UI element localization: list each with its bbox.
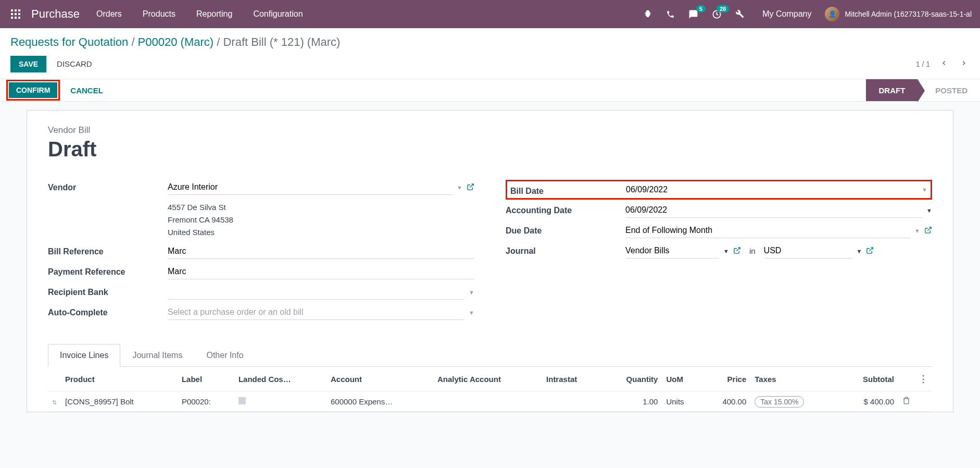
cell-account[interactable]: 600000 Expens… [326, 391, 433, 412]
billref-label: Bill Reference [48, 244, 168, 256]
due-caret-icon[interactable]: ▼ [914, 228, 920, 234]
auto-complete-field[interactable] [168, 305, 464, 320]
controls-row: SAVE DISCARD 1 / 1 [10, 55, 970, 79]
th-price[interactable]: Price [701, 367, 750, 391]
landed-cost-checkbox[interactable] [238, 397, 246, 404]
th-taxes[interactable]: Taxes [750, 367, 838, 391]
th-analytic[interactable]: Analytic Account [433, 367, 542, 391]
bank-field[interactable] [168, 285, 464, 300]
cell-label[interactable]: P00020: [178, 391, 234, 412]
vendor-external-link-icon[interactable] [467, 183, 474, 192]
app-brand[interactable]: Purchase [31, 7, 80, 21]
user-name: Mitchell Admin (16273178-saas-15-1-al [845, 10, 972, 18]
cell-analytic[interactable] [433, 391, 542, 412]
payref-field[interactable] [168, 264, 474, 279]
svg-rect-7 [15, 17, 17, 19]
vendor-addr3: United States [168, 226, 233, 239]
tab-other-info[interactable]: Other Info [194, 344, 255, 366]
vendor-label: Vendor [48, 180, 168, 192]
accdate-label: Accounting Date [506, 203, 625, 215]
vendor-caret-icon[interactable]: ▼ [457, 184, 462, 191]
pager-next[interactable] [958, 57, 970, 70]
th-subtotal[interactable]: Subtotal [838, 367, 898, 391]
tab-journal-items[interactable]: Journal Items [120, 344, 194, 366]
invoice-lines-table: Product Label Landed Cos… Account Analyt… [48, 367, 932, 412]
cell-product[interactable]: [CONS_89957] Bolt [61, 391, 178, 412]
tools-icon[interactable] [735, 9, 745, 19]
journal-field[interactable] [625, 243, 719, 258]
messages-icon[interactable]: 5 [688, 9, 698, 19]
billref-field[interactable] [168, 244, 474, 259]
form-left: Vendor ▼ 4557 De Silva St Fremont CA 945… [48, 180, 474, 325]
breadcrumb-current: Draft Bill (* 121) (Marc) [223, 35, 340, 48]
tab-invoice-lines[interactable]: Invoice Lines [48, 344, 120, 367]
cell-taxes[interactable]: Tax 15.00% [750, 391, 838, 412]
th-label[interactable]: Label [178, 367, 234, 391]
journal-caret-icon[interactable]: ▼ [723, 248, 729, 254]
th-account[interactable]: Account [326, 367, 433, 391]
drag-handle-icon[interactable]: ⇅ [52, 399, 57, 405]
billdate-caret-icon[interactable]: ▼ [922, 187, 927, 193]
phone-icon[interactable] [666, 10, 675, 19]
th-uom[interactable]: UoM [662, 367, 701, 391]
bank-caret-icon[interactable]: ▼ [469, 289, 474, 295]
menu-orders[interactable]: Orders [96, 9, 122, 19]
due-label: Due Date [506, 223, 625, 236]
vendor-field[interactable] [168, 180, 453, 195]
status-posted[interactable]: POSTED [918, 79, 980, 101]
doc-type: Vendor Bill [48, 125, 932, 136]
billdate-field[interactable] [626, 182, 918, 197]
currency-external-link-icon[interactable] [866, 247, 874, 256]
cell-price[interactable]: 400.00 [701, 391, 750, 412]
cell-uom[interactable]: Units [662, 391, 701, 412]
table-row[interactable]: ⇅ [CONS_89957] Bolt P00020: 600000 Expen… [48, 391, 932, 412]
delete-row-icon[interactable] [902, 397, 910, 406]
navbar: Purchase Orders Products Reporting Confi… [0, 0, 980, 28]
column-options-icon[interactable]: ⋮ [919, 374, 928, 384]
cell-qty[interactable]: 1.00 [601, 391, 662, 412]
th-quantity[interactable]: Quantity [601, 367, 662, 391]
menu-reporting[interactable]: Reporting [196, 9, 232, 19]
tax-chip[interactable]: Tax 15.00% [755, 396, 804, 408]
due-external-link-icon[interactable] [924, 226, 932, 236]
journal-external-link-icon[interactable] [733, 247, 741, 256]
cancel-button[interactable]: CANCEL [68, 82, 105, 99]
company-name[interactable]: My Company [762, 9, 811, 19]
th-intrastat[interactable]: Intrastat [542, 367, 601, 391]
bank-label: Recipient Bank [48, 285, 168, 297]
breadcrumb-po[interactable]: P00020 (Marc) [138, 35, 214, 48]
form-sheet: Vendor Bill Draft Vendor ▼ 4557 De Silva… [27, 110, 953, 412]
tabs: Invoice Lines Journal Items Other Info [48, 344, 932, 367]
breadcrumb: Requests for Quotation / P00020 (Marc) /… [10, 35, 970, 49]
cell-intrastat[interactable] [542, 391, 601, 412]
currency-caret-icon[interactable]: ▼ [857, 248, 862, 254]
status-draft[interactable]: DRAFT [866, 79, 918, 101]
due-field[interactable] [625, 223, 910, 238]
th-landed[interactable]: Landed Cos… [234, 367, 326, 391]
cell-subtotal: $ 400.00 [838, 391, 898, 412]
save-button[interactable]: SAVE [10, 56, 46, 72]
confirm-button[interactable]: CONFIRM [9, 82, 57, 98]
discard-button[interactable]: DISCARD [55, 55, 94, 72]
th-product[interactable]: Product [61, 367, 178, 391]
pager-prev[interactable] [938, 57, 950, 70]
bug-icon[interactable] [643, 9, 652, 19]
vendor-addr2: Fremont CA 94538 [168, 214, 233, 226]
svg-rect-8 [18, 17, 20, 19]
accdate-field[interactable] [625, 203, 922, 218]
user-menu[interactable]: 👤 Mitchell Admin (16273178-saas-15-1-al [825, 7, 972, 21]
menu-configuration[interactable]: Configuration [253, 9, 303, 19]
cell-landed[interactable] [234, 391, 326, 412]
auto-caret-icon[interactable]: ▼ [469, 310, 474, 316]
apps-icon[interactable] [8, 7, 23, 21]
svg-rect-2 [18, 9, 20, 11]
menu-products[interactable]: Products [143, 9, 175, 19]
navbar-right: 5 28 My Company 👤 Mitchell Admin (162731… [643, 7, 972, 21]
payref-label: Payment Reference [48, 264, 168, 277]
currency-field[interactable] [764, 243, 852, 258]
activities-icon[interactable]: 28 [712, 9, 722, 19]
sub-header: Requests for Quotation / P00020 (Marc) /… [0, 28, 980, 79]
breadcrumb-rfq[interactable]: Requests for Quotation [10, 35, 128, 48]
billdate-highlight: Bill Date ▼ [506, 180, 932, 200]
accdate-caret-icon[interactable]: ▼ [926, 207, 932, 214]
